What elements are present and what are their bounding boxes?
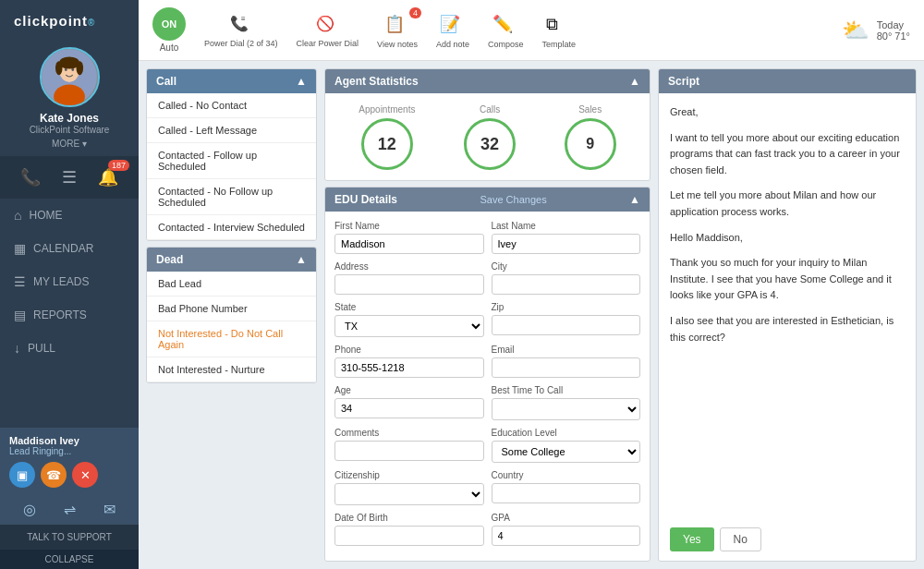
list-action-icon[interactable]: ☰ (58, 163, 80, 191)
gpa-input[interactable] (492, 526, 641, 546)
sidebar: clickpoint® Kate Jones ClickPoint Softwa… (0, 0, 139, 569)
age-besttime-row: Age Best Time To Call (334, 385, 640, 420)
svg-point-5 (71, 68, 74, 71)
sales-label: Sales (578, 104, 602, 115)
dead-item-1[interactable]: Bad Phone Number (147, 297, 316, 321)
edu-chevron[interactable]: ▲ (629, 193, 640, 206)
save-changes-button[interactable]: Save Changes (480, 194, 546, 205)
citizenship-label: Citizenship (334, 470, 484, 480)
education-label: Education Level (492, 428, 641, 438)
zip-label: Zip (492, 302, 641, 312)
location-icon[interactable]: ◎ (23, 501, 36, 518)
comments-input[interactable] (334, 441, 484, 461)
more-button[interactable]: MORE ▾ (52, 139, 87, 149)
sidebar-item-home[interactable]: ⌂ HOME (0, 199, 139, 232)
pull-label: PULL (28, 342, 55, 355)
phone-label: Phone (334, 345, 484, 355)
edu-body: First Name Last Name Address (325, 212, 650, 562)
stats-chevron[interactable]: ▲ (629, 75, 640, 88)
stats-body: Appointments 12 Calls 32 Sales 9 (325, 93, 650, 181)
message-icon[interactable]: ✉ (103, 501, 116, 518)
no-button[interactable]: No (720, 527, 761, 551)
city-input[interactable] (492, 274, 641, 295)
best-time-select[interactable] (492, 398, 641, 420)
reports-label: REPORTS (33, 309, 87, 321)
compose-button[interactable]: ✏️ Compose (488, 11, 524, 49)
state-select[interactable]: TX (334, 315, 484, 337)
stats-title: Agent Statistics (334, 75, 419, 88)
sidebar-item-my-leads[interactable]: ☰ MY LEADS (0, 265, 139, 298)
collapse-button[interactable]: COLLAPSE (0, 550, 139, 569)
comments-group: Comments (334, 428, 484, 463)
auto-label: Auto (160, 42, 179, 53)
phone-action-icon[interactable]: 📞 (17, 163, 44, 191)
dead-item-3[interactable]: Not Interested - Nurture (147, 357, 316, 382)
edu-header: EDU Details Save Changes ▲ (325, 188, 650, 212)
education-select[interactable]: Some College (492, 441, 641, 463)
video-call-button[interactable]: ▣ (9, 462, 35, 488)
lead-extra-actions: ◎ ⇌ ✉ (0, 495, 139, 524)
sidebar-item-pull[interactable]: ↓ PULL (0, 332, 139, 365)
address-input[interactable] (334, 274, 484, 295)
clear-power-dial-label: Clear Power Dial (297, 39, 359, 48)
dead-panel-title: Dead (156, 253, 183, 266)
phone-group: Phone (334, 345, 484, 378)
country-input[interactable] (492, 483, 641, 503)
weather-temp: 80° 71° (877, 30, 910, 42)
toolbar: ON Auto 📞≡ Power Dial (2 of 34) 🚫 Clear … (139, 0, 924, 61)
phone-call-button[interactable]: ☎ (41, 462, 67, 488)
first-name-input[interactable] (334, 234, 484, 254)
citizenship-select[interactable] (334, 483, 484, 505)
talk-support-button[interactable]: TALK TO SUPPORT (0, 524, 139, 550)
dob-group: Date Of Birth (334, 513, 484, 546)
call-panel-body: Called - No Contact Called - Left Messag… (147, 93, 316, 240)
transfer-icon[interactable]: ⇌ (64, 501, 76, 518)
stats-header: Agent Statistics ▲ (325, 69, 650, 93)
address-row: Address City (334, 261, 640, 295)
leads-icon: ☰ (14, 274, 26, 289)
sidebar-item-calendar[interactable]: ▦ CALENDAR (0, 232, 139, 265)
yes-button[interactable]: Yes (670, 527, 714, 551)
sidebar-logo: clickpoint® (0, 0, 139, 38)
state-group: State TX (334, 302, 484, 337)
state-label: State (334, 302, 484, 312)
edu-details-panel: EDU Details Save Changes ▲ First Name La… (324, 187, 650, 562)
script-panel: Script Great, I want to tell you more ab… (658, 68, 917, 562)
call-item-3[interactable]: Contacted - No Follow up Scheduled (147, 179, 316, 215)
dob-input[interactable] (334, 526, 484, 546)
template-button[interactable]: ⧉ Template (542, 11, 577, 49)
education-group: Education Level Some College (492, 428, 641, 463)
zip-input[interactable] (492, 315, 641, 335)
dead-item-2[interactable]: Not Interested - Do Not Call Again (147, 321, 316, 357)
age-input[interactable] (334, 398, 484, 418)
sidebar-item-reports[interactable]: ▤ REPORTS (0, 298, 139, 332)
call-panel: Call ▲ Called - No Contact Called - Left… (146, 68, 317, 241)
call-item-4[interactable]: Contacted - Interview Scheduled (147, 215, 316, 240)
clear-power-dial-button[interactable]: 🚫 Clear Power Dial (297, 12, 359, 48)
end-call-button[interactable]: ✕ (72, 462, 98, 488)
script-p3: Hello Maddison, (670, 230, 905, 247)
gpa-group: GPA (492, 513, 641, 546)
dead-item-0[interactable]: Bad Lead (147, 272, 316, 297)
calls-value: 32 (464, 118, 516, 170)
power-dial-button[interactable]: 📞≡ Power Dial (2 of 34) (204, 12, 278, 48)
add-note-button[interactable]: 📝 Add note (436, 11, 469, 49)
call-item-1[interactable]: Called - Left Message (147, 118, 316, 143)
script-p0: Great, (670, 104, 905, 121)
sidebar-action-bar: 📞 ☰ 🔔 187 (0, 156, 139, 199)
template-label: Template (542, 40, 577, 49)
address-group: Address (334, 261, 484, 295)
phone-input[interactable] (334, 357, 484, 378)
call-panel-chevron[interactable]: ▲ (296, 75, 307, 88)
call-item-0[interactable]: Called - No Contact (147, 93, 316, 118)
notification-badge: 187 (108, 160, 129, 171)
call-item-2[interactable]: Contacted - Follow up Scheduled (147, 143, 316, 179)
email-input[interactable] (492, 357, 641, 378)
auto-on-button[interactable]: ON Auto (152, 7, 186, 53)
last-name-input[interactable] (492, 234, 641, 254)
view-notes-button[interactable]: 📋 4 View notes (377, 11, 418, 49)
middle-column: Agent Statistics ▲ Appointments 12 Calls… (324, 68, 650, 562)
lead-section: Maddison Ivey Lead Ringing... ▣ ☎ ✕ (0, 428, 139, 495)
dob-label: Date Of Birth (334, 513, 484, 523)
dead-panel-chevron[interactable]: ▲ (296, 253, 307, 266)
